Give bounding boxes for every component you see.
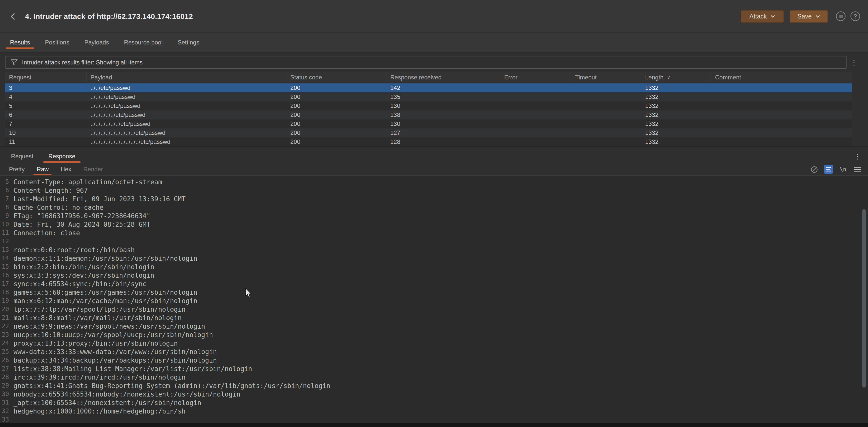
table-row[interactable]: 7../../../../../../etc/passwd2001301332	[5, 119, 852, 128]
tab-resource-pool[interactable]: Resource pool	[120, 33, 167, 52]
pause-icon[interactable]	[836, 11, 845, 21]
line-number: 11	[0, 229, 10, 237]
cell-status-code: 200	[286, 101, 386, 110]
column-header-label: Response received	[390, 74, 441, 81]
help-icon[interactable]: ?	[850, 11, 860, 21]
editor-line: 33	[0, 416, 868, 423]
line-number: 28	[0, 373, 10, 382]
line-text: irc:x:39:39:ircd:/run/ircd:/usr/sbin/nol…	[13, 373, 186, 382]
message-tab-request[interactable]: Request	[6, 150, 38, 163]
cell-status-code: 200	[286, 84, 386, 92]
line-number: 9	[0, 212, 10, 220]
filter-summary-text: Intruder attack results filter: Showing …	[22, 59, 143, 66]
hide-nonprintable-icon[interactable]	[809, 165, 818, 174]
line-number: 17	[0, 280, 10, 288]
cell-response-received: 138	[386, 110, 500, 119]
response-editor[interactable]: 5Content-Type: application/octet-stream6…	[0, 176, 868, 423]
attack-button[interactable]: Attack	[741, 10, 784, 23]
table-row[interactable]: 3../../etc/passwd2001421332	[5, 84, 852, 92]
table-header-row: RequestPayloadStatus codeResponse receiv…	[5, 72, 852, 84]
line-text: backup:x:34:34:backup:/var/backups:/usr/…	[13, 356, 217, 365]
table-row[interactable]: 11../../../../../../../../../../etc/pass…	[5, 137, 852, 146]
view-tab-render[interactable]: Render	[80, 163, 106, 175]
column-header-status-code[interactable]: Status code	[286, 72, 386, 83]
cell-timeout	[571, 101, 641, 110]
view-tab-hex[interactable]: Hex	[58, 163, 74, 175]
attack-button-label: Attack	[749, 13, 767, 20]
cell-request: 11	[5, 137, 87, 146]
line-number: 14	[0, 254, 10, 263]
line-number: 23	[0, 331, 10, 339]
tab-payloads[interactable]: Payloads	[80, 33, 113, 52]
save-button[interactable]: Save	[789, 10, 828, 23]
column-header-timeout[interactable]: Timeout	[571, 72, 641, 83]
line-text: news:x:9:9:news:/var/spool/news:/usr/sbi…	[13, 322, 205, 331]
tab-label: Render	[83, 166, 103, 173]
tab-positions[interactable]: Positions	[41, 33, 73, 52]
tab-results[interactable]: Results	[6, 33, 34, 52]
cell-payload: ../../../../etc/passwd	[87, 101, 286, 110]
line-text: _apt:x:100:65534::/nonexistent:/usr/sbin…	[13, 398, 201, 407]
pane-splitter[interactable]	[0, 146, 868, 150]
cell-timeout	[571, 137, 641, 146]
cell-payload: ../../../../../etc/passwd	[87, 110, 286, 119]
column-header-payload[interactable]: Payload	[87, 72, 286, 83]
column-header-label: Request	[9, 74, 31, 81]
results-filter-bar[interactable]: Intruder attack results filter: Showing …	[5, 56, 846, 69]
column-header-length[interactable]: Length∨	[641, 72, 711, 83]
view-tab-raw[interactable]: Raw	[34, 163, 52, 175]
back-icon[interactable]	[7, 10, 19, 22]
chevron-down-icon	[816, 15, 820, 18]
editor-vertical-scrollbar[interactable]	[862, 176, 866, 423]
cell-timeout	[571, 84, 641, 92]
cell-error	[500, 137, 571, 146]
filter-funnel-icon	[11, 59, 18, 65]
cell-length: 1332	[641, 137, 711, 146]
cell-response-received: 130	[386, 101, 500, 110]
line-number: 16	[0, 271, 10, 280]
line-number: 8	[0, 203, 10, 212]
sort-indicator-icon: ∨	[667, 75, 670, 80]
line-number: 33	[0, 416, 10, 423]
table-row[interactable]: 4../../../etc/passwd2001351332	[5, 92, 852, 101]
editor-line: 5Content-Type: application/octet-stream	[0, 178, 868, 186]
view-tab-pretty[interactable]: Pretty	[6, 163, 28, 175]
cell-payload: ../../../../../../../../../etc/passwd	[87, 128, 286, 137]
line-number: 22	[0, 322, 10, 331]
message-menu-kebab[interactable]: ⋮	[853, 152, 862, 161]
line-text: root:x:0:0:root:/root:/bin/bash	[13, 246, 135, 254]
editor-line: 21mail:x:8:8:mail:/var/mail:/usr/sbin/no…	[0, 314, 868, 322]
table-row[interactable]: 10../../../../../../../../../etc/passwd2…	[5, 128, 852, 137]
column-header-error[interactable]: Error	[500, 72, 571, 83]
line-text: games:x:5:60:games:/usr/games:/usr/sbin/…	[13, 288, 197, 297]
tab-label: Raw	[37, 166, 49, 173]
cell-request: 5	[5, 101, 87, 110]
cell-timeout	[571, 110, 641, 119]
filter-row: Intruder attack results filter: Showing …	[0, 53, 868, 72]
table-row[interactable]: 6../../../../../etc/passwd2001381332	[5, 110, 852, 119]
filter-menu-kebab[interactable]: ⋮	[849, 58, 859, 67]
cell-length: 1332	[641, 84, 711, 92]
tab-settings[interactable]: Settings	[174, 33, 204, 52]
line-number: 24	[0, 339, 10, 348]
newline-chars-icon[interactable]: \n	[839, 165, 847, 174]
view-tabs: PrettyRawHexRender	[6, 163, 112, 175]
horizontal-scrollbar[interactable]	[0, 423, 868, 427]
editor-menu-icon[interactable]	[853, 165, 862, 174]
column-header-comment[interactable]: Comment	[711, 72, 852, 83]
cell-request: 6	[5, 110, 87, 119]
wrap-lines-icon[interactable]	[824, 165, 833, 174]
editor-line: 11Connection: close	[0, 229, 868, 237]
line-text: Content-Type: application/octet-stream	[13, 178, 162, 186]
message-tab-response[interactable]: Response	[43, 150, 80, 163]
editor-line: 23uucp:x:10:10:uucp:/var/spool/uucp:/usr…	[0, 331, 868, 339]
editor-line: 6Content-Length: 967	[0, 186, 868, 195]
column-header-request[interactable]: Request	[5, 72, 87, 83]
line-text: Content-Length: 967	[13, 186, 88, 195]
cell-length: 1332	[641, 128, 711, 137]
cell-error	[500, 110, 571, 119]
scrollbar-thumb[interactable]	[862, 209, 866, 388]
table-row[interactable]: 5../../../../etc/passwd2001301332	[5, 101, 852, 110]
column-header-response-received[interactable]: Response received	[386, 72, 500, 83]
column-header-label: Error	[504, 74, 518, 81]
